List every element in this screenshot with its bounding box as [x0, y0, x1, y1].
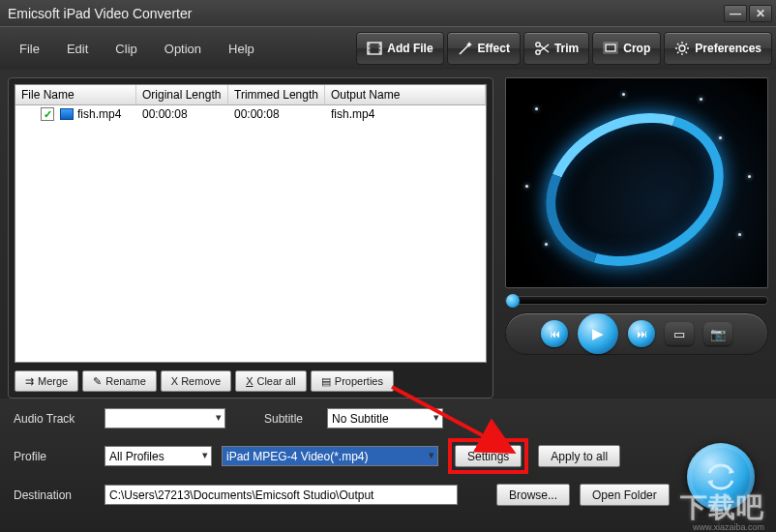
menu-help[interactable]: Help: [223, 38, 260, 60]
table-row[interactable]: ✓ fish.mp4 00:00:08 00:00:08 fish.mp4: [15, 105, 486, 123]
close-button[interactable]: ✕: [749, 5, 772, 22]
svg-point-7: [379, 47, 380, 48]
clear-icon: X: [246, 375, 253, 387]
toolbar: Add File Effect Trim Crop Preferences: [356, 32, 772, 65]
subtitle-label: Subtitle: [264, 412, 317, 426]
audio-track-combo[interactable]: [104, 408, 225, 429]
merge-icon: ⇉: [25, 375, 34, 388]
settings-highlight: Settings: [448, 438, 528, 474]
browse-button[interactable]: Browse...: [496, 484, 570, 506]
remove-button[interactable]: X Remove: [161, 370, 231, 392]
crop-label: Crop: [623, 42, 650, 55]
effect-button[interactable]: Effect: [447, 32, 521, 65]
rename-button[interactable]: ✎Rename: [82, 370, 157, 392]
playback-controls: ⏮ ▶ ⏭ ▭ 📷: [505, 312, 768, 355]
destination-label: Destination: [14, 488, 95, 502]
prev-button[interactable]: ⏮: [541, 320, 568, 347]
next-button[interactable]: ⏭: [628, 320, 655, 347]
convert-icon: [703, 459, 738, 494]
menu-clip[interactable]: Clip: [109, 38, 142, 60]
progress-knob[interactable]: [506, 294, 520, 308]
preferences-button[interactable]: Preferences: [664, 32, 772, 65]
col-filename[interactable]: File Name: [15, 85, 136, 104]
svg-point-13: [679, 45, 685, 51]
open-folder-button[interactable]: Open Folder: [580, 484, 670, 506]
wand-icon: [458, 41, 473, 56]
row-output-name: fish.mp4: [325, 107, 486, 121]
row-original-length: 00:00:08: [136, 107, 228, 121]
pencil-icon: ✎: [93, 375, 102, 388]
properties-label: Properties: [335, 375, 383, 387]
col-trimmed-length[interactable]: Trimmed Length: [228, 85, 325, 104]
file-header: File Name Original Length Trimmed Length…: [15, 85, 486, 105]
video-icon: [60, 108, 74, 120]
convert-button[interactable]: [687, 443, 755, 511]
snapshot-button[interactable]: 📷: [703, 322, 732, 345]
settings-button[interactable]: Settings: [455, 445, 522, 467]
svg-point-10: [536, 50, 540, 54]
file-list: File Name Original Length Trimmed Length…: [15, 84, 487, 363]
subtitle-combo[interactable]: No Subtitle: [327, 408, 443, 429]
film-icon: [367, 41, 382, 56]
scissors-icon: [534, 41, 550, 56]
svg-point-9: [536, 43, 540, 46]
bottom-panel: Audio Track Subtitle No Subtitle Profile…: [0, 399, 776, 532]
merge-label: Merge: [38, 375, 68, 387]
menubar: File Edit Clip Option Help Add File Effe…: [0, 27, 776, 70]
row-checkbox[interactable]: ✓: [41, 107, 54, 121]
merge-button[interactable]: ⇉Merge: [15, 370, 78, 392]
crop-icon: [603, 41, 618, 56]
profile-combo[interactable]: iPad MPEG-4 Video(*.mp4): [222, 446, 438, 466]
trim-button[interactable]: Trim: [523, 32, 589, 65]
destination-field[interactable]: C:\Users\27213\Documents\Emicsoft Studio…: [104, 485, 458, 505]
svg-point-8: [379, 51, 380, 52]
profile-label: Profile: [14, 450, 95, 463]
gear-icon: [674, 41, 690, 56]
file-panel: File Name Original Length Trimmed Length…: [8, 77, 493, 399]
col-original-length[interactable]: Original Length: [136, 85, 228, 104]
clear-label: Clear all: [256, 375, 295, 387]
titlebar: Emicsoft iPad Video Converter — ✕: [0, 0, 776, 27]
window-title: Emicsoft iPad Video Converter: [8, 6, 722, 21]
menu-items: File Edit Clip Option Help: [4, 38, 270, 60]
svg-point-3: [369, 44, 370, 44]
col-output-name[interactable]: Output Name: [325, 85, 486, 104]
add-file-label: Add File: [387, 42, 433, 55]
preview-screen: [505, 77, 768, 288]
svg-rect-11: [606, 44, 615, 51]
rename-label: Rename: [105, 375, 146, 387]
fullscreen-button[interactable]: ▭: [665, 322, 694, 345]
audio-track-label: Audio Track: [14, 412, 95, 426]
menu-option[interactable]: Option: [159, 38, 207, 60]
crop-button[interactable]: Crop: [592, 32, 661, 65]
minimize-button[interactable]: —: [724, 5, 747, 22]
effect-label: Effect: [478, 42, 510, 55]
file-actions: ⇉Merge ✎Rename X Remove XClear all ▤Prop…: [15, 370, 487, 392]
properties-button[interactable]: ▤Properties: [311, 370, 394, 392]
apply-to-all-button[interactable]: Apply to all: [538, 445, 620, 467]
trim-label: Trim: [554, 42, 579, 55]
menu-edit[interactable]: Edit: [61, 38, 94, 60]
row-filename: fish.mp4: [77, 107, 121, 121]
row-trimmed-length: 00:00:08: [228, 107, 325, 121]
svg-point-6: [379, 44, 380, 44]
add-file-button[interactable]: Add File: [356, 32, 443, 65]
preview-panel: ⏮ ▶ ⏭ ▭ 📷: [505, 77, 768, 399]
svg-point-4: [369, 47, 370, 48]
clear-all-button[interactable]: XClear all: [235, 370, 307, 392]
svg-point-5: [369, 51, 370, 52]
remove-label: X Remove: [171, 375, 221, 387]
menu-file[interactable]: File: [14, 38, 45, 60]
list-icon: ▤: [321, 375, 331, 388]
profile-group-combo[interactable]: All Profiles: [104, 446, 212, 466]
main-area: File Name Original Length Trimmed Length…: [0, 70, 776, 399]
progress-slider[interactable]: [505, 296, 768, 305]
preferences-label: Preferences: [695, 42, 761, 55]
play-button[interactable]: ▶: [578, 313, 618, 354]
preview-artwork: [521, 85, 749, 288]
